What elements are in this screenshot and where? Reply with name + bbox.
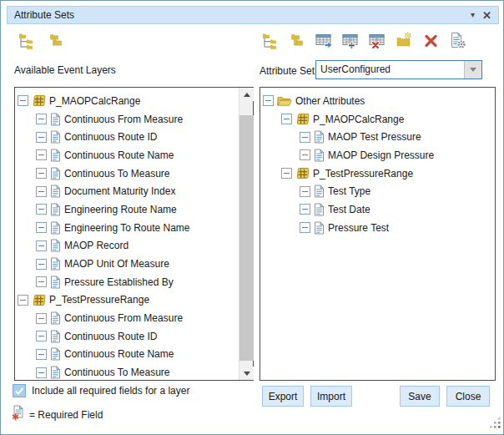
- collapse-toggle[interactable]: [36, 349, 47, 360]
- collapse-toggle[interactable]: [36, 367, 47, 378]
- attribute-set-dropdown[interactable]: UserConfigured: [315, 60, 482, 79]
- close-window-icon[interactable]: ✕: [482, 10, 491, 21]
- field-icon: [50, 167, 61, 180]
- minus-icon: [38, 209, 44, 210]
- collapse-toggle[interactable]: [36, 331, 47, 341]
- scroll-up-button[interactable]: [239, 88, 254, 101]
- close-button[interactable]: Close: [446, 386, 490, 407]
- export-table-icon[interactable]: [315, 33, 333, 51]
- export-button[interactable]: Export: [262, 386, 304, 407]
- tree-item[interactable]: Continuous To Measure: [15, 363, 239, 380]
- include-required-fields-checkbox[interactable]: [13, 384, 26, 397]
- dropdown-button[interactable]: [464, 61, 481, 78]
- collapse-toggle[interactable]: [18, 295, 28, 306]
- table-x-icon: [369, 32, 386, 52]
- arrow-up-icon: [244, 93, 250, 97]
- minus-icon: [38, 264, 44, 265]
- required-field-legend: = Required Field: [12, 405, 103, 424]
- add-all-folders-icon[interactable]: [47, 33, 65, 51]
- configure-document-icon[interactable]: [448, 33, 466, 51]
- collapse-toggle[interactable]: [300, 149, 310, 160]
- minus-icon: [38, 119, 44, 119]
- add-all-folders-icon[interactable]: [288, 33, 306, 51]
- minus-icon: [284, 173, 290, 174]
- tree-item-label: Continuous Route Name: [64, 149, 174, 161]
- scroll-down-button[interactable]: [239, 367, 254, 380]
- tree-item-label: P_MAOPCalcRange: [49, 95, 140, 107]
- collapse-window-icon[interactable]: ▾: [471, 11, 475, 19]
- collapse-toggle[interactable]: [36, 204, 47, 215]
- collapse-toggle[interactable]: [36, 149, 47, 160]
- tree-item[interactable]: Pressure Established By: [15, 273, 239, 291]
- tree-item[interactable]: P_MAOPCalcRange: [260, 110, 495, 129]
- tree-item[interactable]: Continuous From Measure: [15, 110, 239, 129]
- collapse-toggle[interactable]: [300, 132, 310, 143]
- field-icon: [50, 276, 61, 289]
- collapse-toggle[interactable]: [36, 313, 47, 324]
- include-required-fields-label[interactable]: Include all required fields for a layer: [32, 385, 189, 397]
- collapse-toggle[interactable]: [36, 186, 47, 197]
- minus-icon: [38, 318, 44, 319]
- collapse-toggle[interactable]: [36, 276, 47, 287]
- tree-item[interactable]: MAOP Record: [15, 237, 239, 255]
- tree-item[interactable]: Document Maturity Index: [15, 182, 239, 200]
- tree-item[interactable]: Engineering To Route Name: [15, 219, 239, 237]
- collapse-toggle[interactable]: [281, 114, 292, 124]
- tree-item-label: Continuous Route ID: [64, 131, 157, 143]
- tree-item[interactable]: Other Attributes: [260, 92, 495, 110]
- tree-folders-icon: [18, 32, 36, 52]
- tree-item[interactable]: Test Type: [260, 182, 495, 200]
- resize-grip[interactable]: [490, 417, 501, 432]
- delete-icon[interactable]: [421, 33, 440, 51]
- tree-item[interactable]: P_TestPressureRange: [15, 291, 239, 310]
- tree-item[interactable]: Pressure Test: [260, 219, 495, 237]
- field-icon: [50, 113, 61, 126]
- add-event-layer-tree-icon[interactable]: [261, 33, 280, 51]
- attribute-set-dropdown-value: UserConfigured: [316, 61, 464, 78]
- field-icon: [50, 130, 61, 144]
- collapse-toggle[interactable]: [36, 259, 47, 270]
- collapse-toggle[interactable]: [281, 168, 292, 179]
- collapse-toggle[interactable]: [36, 114, 47, 124]
- table-plus-icon: [342, 32, 360, 52]
- collapse-toggle[interactable]: [18, 95, 28, 106]
- tree-item[interactable]: Engineering Route Name: [15, 200, 239, 219]
- collapse-toggle[interactable]: [300, 222, 310, 233]
- tree-item[interactable]: Continuous From Measure: [15, 309, 239, 327]
- tree-item[interactable]: Continuous To Measure: [15, 164, 239, 183]
- tree-item[interactable]: MAOP Test Pressure: [260, 128, 495, 146]
- field-icon: [314, 185, 325, 198]
- collapse-toggle[interactable]: [36, 132, 47, 143]
- tree-item[interactable]: P_TestPressureRange: [260, 164, 495, 183]
- vertical-scrollbar[interactable]: [239, 88, 253, 380]
- collapse-toggle[interactable]: [300, 186, 310, 197]
- field-icon: [50, 366, 61, 379]
- save-button[interactable]: Save: [400, 386, 440, 407]
- tree-item-label: MAOP Design Pressure: [328, 149, 434, 161]
- new-attribute-set-folder-icon[interactable]: [395, 33, 413, 51]
- required-field-icon: [12, 405, 24, 424]
- collapse-toggle[interactable]: [36, 222, 47, 233]
- scrollbar-thumb[interactable]: [239, 115, 254, 361]
- tree-item-label: Continuous To Measure: [64, 168, 170, 180]
- collapse-toggle[interactable]: [36, 168, 47, 179]
- tree-item-label: Test Date: [328, 204, 370, 215]
- collapse-toggle[interactable]: [36, 240, 47, 251]
- tree-item[interactable]: Continuous Route ID: [15, 327, 239, 346]
- minus-icon: [302, 227, 308, 228]
- collapse-toggle[interactable]: [263, 95, 274, 106]
- minus-icon: [284, 119, 290, 119]
- delete-field-table-icon[interactable]: [368, 33, 386, 51]
- tree-item[interactable]: Continuous Route Name: [15, 346, 239, 364]
- tree-item[interactable]: MAOP Unit Of Measure: [15, 255, 239, 273]
- add-field-table-icon[interactable]: [341, 33, 360, 51]
- import-button[interactable]: Import: [310, 386, 352, 407]
- tree-item[interactable]: MAOP Design Pressure: [260, 146, 495, 164]
- tree-item[interactable]: Test Date: [260, 200, 495, 219]
- tree-item[interactable]: Continuous Route Name: [15, 146, 239, 164]
- attribute-set-label: Attribute Set:: [260, 65, 317, 77]
- add-event-layer-tree-icon[interactable]: [18, 33, 36, 51]
- collapse-toggle[interactable]: [300, 204, 310, 215]
- tree-item[interactable]: P_MAOPCalcRange: [15, 92, 239, 110]
- tree-item[interactable]: Continuous Route ID: [15, 128, 239, 146]
